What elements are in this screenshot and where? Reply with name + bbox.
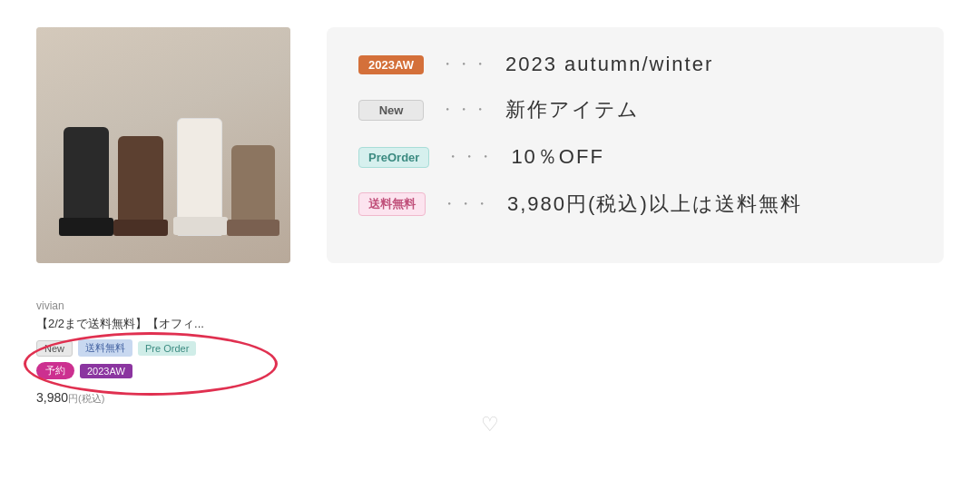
badge-new: New bbox=[358, 100, 424, 121]
price-area: 3,980円(税込) bbox=[36, 390, 944, 406]
brand-name: vivian bbox=[36, 299, 944, 312]
dots-0: ・・・ bbox=[440, 55, 489, 74]
price-suffix: 円(税込) bbox=[68, 393, 104, 404]
product-section: vivian 【2/2まで送料無料】【オフィ... New 送料無料 Pre O… bbox=[0, 299, 980, 436]
info-row-new: New ・・・ 新作アイテム bbox=[358, 96, 912, 123]
description-1: 新作アイテム bbox=[505, 96, 640, 123]
dots-1: ・・・ bbox=[440, 101, 489, 120]
description-0: 2023 autumn/winter bbox=[505, 53, 713, 76]
product-title: 【2/2まで送料無料】【オフィ... bbox=[36, 316, 944, 332]
tag-yoyaku[interactable]: 予約 bbox=[36, 362, 74, 379]
description-3: 3,980円(税込)以上は送料無料 bbox=[507, 191, 802, 218]
tag-preorder[interactable]: Pre Order bbox=[138, 341, 196, 356]
badge-2023aw: 2023AW bbox=[358, 55, 424, 74]
tag-row: New 送料無料 Pre Order bbox=[36, 339, 196, 357]
tag-new[interactable]: New bbox=[36, 340, 73, 357]
badge-freeship: 送料無料 bbox=[358, 192, 426, 216]
description-2: 10％OFF bbox=[511, 143, 603, 171]
tag-row-2: 予約 2023AW bbox=[36, 362, 196, 379]
tag-free-ship[interactable]: 送料無料 bbox=[78, 339, 132, 357]
info-panel: 2023AW ・・・ 2023 autumn/winter New ・・・ 新作… bbox=[327, 27, 944, 263]
heart-icon[interactable]: ♡ bbox=[481, 413, 499, 436]
info-row-2023aw: 2023AW ・・・ 2023 autumn/winter bbox=[358, 53, 912, 76]
dots-3: ・・・ bbox=[442, 195, 491, 214]
price-value: 3,980 bbox=[36, 390, 68, 405]
heart-area: ♡ bbox=[36, 413, 944, 436]
badge-preorder: PreOrder bbox=[358, 147, 429, 168]
info-row-freeship: 送料無料 ・・・ 3,980円(税込)以上は送料無料 bbox=[358, 191, 912, 218]
dots-2: ・・・ bbox=[446, 148, 495, 167]
tag-2023aw[interactable]: 2023AW bbox=[80, 364, 132, 378]
info-row-preorder: PreOrder ・・・ 10％OFF bbox=[358, 143, 912, 171]
product-image bbox=[36, 27, 290, 263]
